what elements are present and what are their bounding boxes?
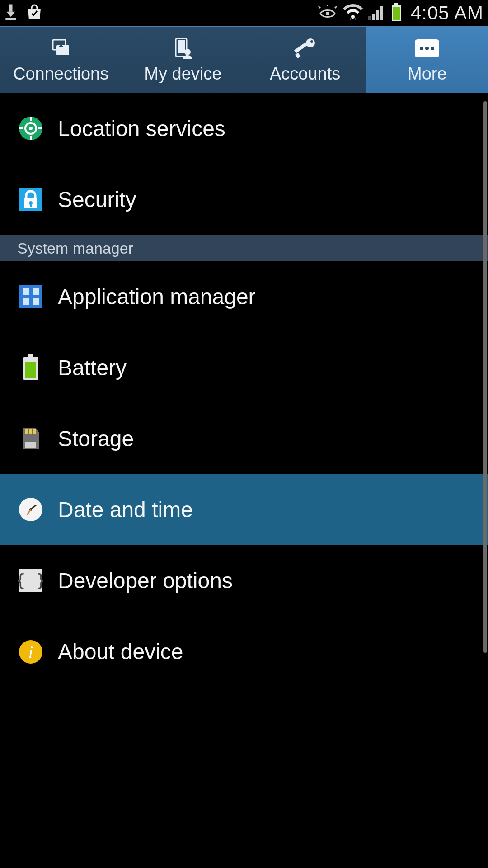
- item-label: Developer options: [58, 568, 233, 593]
- svg-text:i: i: [28, 642, 33, 662]
- item-date-and-time[interactable]: Date and time: [0, 474, 488, 545]
- svg-point-21: [184, 49, 191, 55]
- svg-rect-52: [25, 442, 36, 448]
- svg-line-4: [319, 6, 320, 8]
- battery-icon: [391, 3, 402, 23]
- svg-rect-24: [294, 42, 307, 53]
- svg-marker-1: [7, 12, 15, 17]
- scrollbar[interactable]: [483, 101, 487, 653]
- svg-rect-42: [23, 288, 29, 295]
- status-right: 4:05 AM: [318, 2, 483, 24]
- svg-rect-43: [33, 288, 39, 295]
- svg-text:{ }: { }: [18, 570, 43, 590]
- item-label: Storage: [58, 426, 134, 451]
- more-icon: [414, 37, 440, 60]
- accounts-key-icon: [291, 37, 319, 60]
- tab-more[interactable]: More: [366, 27, 488, 93]
- tab-label: My device: [144, 64, 221, 84]
- item-label: Date and time: [58, 497, 193, 522]
- svg-marker-8: [350, 18, 351, 20]
- section-system-manager: System manager: [0, 235, 488, 261]
- item-application-manager[interactable]: Application manager: [0, 261, 488, 332]
- settings-tabs: Connections My device Accounts More: [0, 26, 488, 93]
- item-developer-options[interactable]: { } Developer options: [0, 545, 488, 616]
- svg-rect-44: [23, 298, 29, 305]
- wifi-icon: [343, 4, 363, 22]
- item-label: Security: [58, 187, 136, 212]
- item-battery[interactable]: Battery: [0, 332, 488, 403]
- smart-stay-eye-icon: [318, 5, 338, 21]
- settings-list: Location services Security System manage…: [0, 93, 488, 687]
- svg-point-32: [29, 127, 33, 130]
- connections-icon: [48, 37, 74, 60]
- tab-label: More: [408, 64, 447, 84]
- svg-line-5: [335, 6, 337, 8]
- svg-rect-16: [393, 7, 400, 20]
- download-icon: [5, 4, 17, 22]
- my-device-icon: [170, 37, 196, 60]
- svg-rect-11: [372, 14, 375, 20]
- shopping-bag-check-icon: [25, 3, 43, 23]
- svg-rect-13: [380, 6, 383, 20]
- svg-rect-50: [29, 429, 32, 434]
- svg-rect-2: [5, 18, 16, 20]
- item-label: Location services: [58, 116, 225, 141]
- item-security[interactable]: Security: [0, 164, 488, 235]
- status-left: [5, 3, 43, 23]
- item-location-services[interactable]: Location services: [0, 93, 488, 164]
- item-label: About device: [58, 639, 183, 664]
- battery-icon: [17, 354, 44, 381]
- item-label: Battery: [58, 355, 127, 380]
- location-icon: [17, 115, 44, 142]
- svg-rect-48: [25, 362, 36, 378]
- info-icon: i: [17, 638, 44, 665]
- tab-connections[interactable]: Connections: [0, 27, 122, 93]
- svg-rect-25: [295, 52, 300, 58]
- sd-card-icon: [17, 425, 44, 452]
- status-bar: 4:05 AM: [0, 0, 488, 26]
- svg-rect-49: [25, 429, 28, 434]
- svg-point-27: [420, 47, 423, 50]
- status-time: 4:05 AM: [411, 2, 483, 24]
- svg-point-28: [425, 47, 429, 50]
- svg-rect-51: [33, 429, 36, 434]
- svg-rect-46: [28, 354, 33, 357]
- svg-point-22: [306, 38, 315, 47]
- apps-grid-icon: [17, 283, 44, 310]
- svg-rect-41: [19, 285, 42, 308]
- item-label: Application manager: [58, 284, 256, 309]
- signal-icon: [368, 5, 385, 22]
- svg-point-7: [351, 15, 355, 19]
- item-storage[interactable]: Storage: [0, 403, 488, 474]
- svg-point-29: [431, 47, 434, 50]
- lock-icon: [17, 186, 44, 213]
- svg-rect-45: [33, 298, 39, 305]
- svg-rect-10: [368, 16, 371, 20]
- svg-point-23: [310, 40, 313, 43]
- clock-icon: [17, 496, 44, 523]
- svg-rect-0: [9, 5, 13, 12]
- tab-label: Accounts: [270, 64, 340, 84]
- svg-marker-9: [355, 18, 356, 20]
- svg-rect-20: [178, 40, 185, 53]
- svg-rect-40: [30, 203, 32, 207]
- svg-rect-12: [376, 10, 379, 20]
- tab-my-device[interactable]: My device: [122, 27, 244, 93]
- svg-point-3: [326, 12, 329, 15]
- svg-rect-14: [394, 3, 398, 5]
- item-about-device[interactable]: i About device: [0, 616, 488, 687]
- tab-label: Connections: [13, 64, 108, 84]
- braces-icon: { }: [17, 567, 44, 594]
- tab-accounts[interactable]: Accounts: [244, 27, 366, 93]
